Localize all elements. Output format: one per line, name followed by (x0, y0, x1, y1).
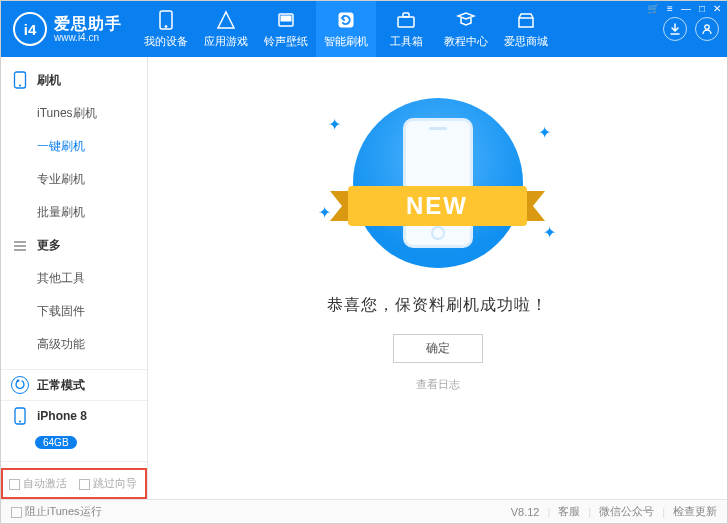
window-menu-icon[interactable]: ≡ (667, 3, 673, 14)
ringtones-icon (276, 10, 296, 30)
success-illustration: ✦✦✦✦ NEW (288, 93, 588, 273)
check-update-link[interactable]: 检查更新 (673, 504, 717, 519)
sidebar-item-batch-flash[interactable]: 批量刷机 (1, 196, 147, 229)
success-message: 恭喜您，保资料刷机成功啦！ (327, 295, 548, 316)
sidebar-item-oneclick-flash[interactable]: 一键刷机 (1, 130, 147, 163)
app-logo: i4 爱思助手 www.i4.cn (1, 12, 136, 46)
sidebar-group-more[interactable]: 更多 (1, 229, 147, 262)
svg-point-15 (19, 421, 21, 423)
customer-service-link[interactable]: 客服 (558, 504, 580, 519)
mode-icon (11, 376, 29, 394)
svg-marker-16 (330, 191, 350, 221)
app-title: 爱思助手 (54, 15, 122, 33)
device-mode-row[interactable]: 正常模式 (11, 370, 137, 400)
app-header: i4 爱思助手 www.i4.cn 我的设备 应用游戏 铃声壁纸 (1, 1, 727, 57)
svg-rect-6 (403, 13, 409, 17)
svg-marker-17 (525, 191, 545, 221)
svg-point-1 (165, 25, 167, 27)
checkbox-skip-wizard[interactable]: 跳过向导 (79, 476, 137, 491)
device-row[interactable]: iPhone 8 64GB (11, 401, 137, 455)
sidebar-item-advanced[interactable]: 高级功能 (1, 328, 147, 361)
device-name: iPhone 8 (37, 409, 87, 423)
tab-flash[interactable]: 智能刷机 (316, 1, 376, 57)
tab-label: 智能刷机 (324, 34, 368, 49)
store-icon (516, 10, 536, 30)
more-group-icon (13, 239, 29, 253)
mode-label: 正常模式 (37, 377, 85, 394)
top-nav: 我的设备 应用游戏 铃声壁纸 智能刷机 工具箱 (136, 1, 556, 57)
tab-my-device[interactable]: 我的设备 (136, 1, 196, 57)
group-title: 更多 (37, 237, 61, 254)
app-url: www.i4.cn (54, 32, 122, 43)
main-panel: ✦✦✦✦ NEW 恭喜您，保资料刷机成功啦！ 确定 查看日志 (148, 57, 727, 499)
tab-label: 爱思商城 (504, 34, 548, 49)
download-button[interactable] (663, 17, 687, 41)
svg-point-10 (19, 85, 21, 87)
tab-label: 铃声壁纸 (264, 34, 308, 49)
checkbox-auto-activate[interactable]: 自动激活 (9, 476, 67, 491)
wechat-link[interactable]: 微信公众号 (599, 504, 654, 519)
flash-icon (336, 10, 356, 30)
tutorials-icon (456, 10, 476, 30)
version-label: V8.12 (511, 506, 540, 518)
tab-toolbox[interactable]: 工具箱 (376, 1, 436, 57)
tab-tutorials[interactable]: 教程中心 (436, 1, 496, 57)
tab-store[interactable]: 爱思商城 (496, 1, 556, 57)
sidebar-item-download-firmware[interactable]: 下载固件 (1, 295, 147, 328)
phone-icon (11, 407, 29, 425)
status-bar: 阻止iTunes运行 V8.12 | 客服 | 微信公众号 | 检查更新 (1, 499, 727, 523)
toolbox-icon (396, 10, 416, 30)
checkbox-block-itunes[interactable]: 阻止iTunes运行 (11, 504, 102, 519)
tab-ringtones[interactable]: 铃声壁纸 (256, 1, 316, 57)
account-button[interactable] (695, 17, 719, 41)
new-ribbon: NEW (330, 183, 545, 229)
highlighted-options: 自动激活 跳过向导 (1, 468, 147, 499)
window-basket-icon[interactable]: 🛒 (647, 3, 659, 14)
device-icon (156, 10, 176, 30)
window-close-icon[interactable]: ✕ (713, 3, 721, 14)
tab-label: 我的设备 (144, 34, 188, 49)
window-maximize-icon[interactable]: □ (699, 3, 705, 14)
apps-icon (216, 10, 236, 30)
device-storage-badge: 64GB (35, 436, 77, 449)
ok-button[interactable]: 确定 (393, 334, 483, 363)
svg-point-8 (705, 25, 709, 29)
sidebar-item-pro-flash[interactable]: 专业刷机 (1, 163, 147, 196)
svg-rect-7 (519, 18, 533, 27)
group-title: 刷机 (37, 72, 61, 89)
sidebar-group-flash[interactable]: 刷机 (1, 63, 147, 97)
logo-icon: i4 (13, 12, 47, 46)
sidebar-item-itunes-flash[interactable]: iTunes刷机 (1, 97, 147, 130)
view-log-link[interactable]: 查看日志 (416, 377, 460, 392)
svg-rect-5 (398, 17, 414, 27)
window-minimize-icon[interactable]: — (681, 3, 691, 14)
tab-label: 工具箱 (390, 34, 423, 49)
tab-label: 应用游戏 (204, 34, 248, 49)
flash-group-icon (13, 71, 29, 89)
sidebar-item-other-tools[interactable]: 其他工具 (1, 262, 147, 295)
tab-label: 教程中心 (444, 34, 488, 49)
sidebar: 刷机 iTunes刷机 一键刷机 专业刷机 批量刷机 更多 其他工具 下载固件 … (1, 57, 148, 499)
svg-rect-3 (281, 16, 291, 21)
tab-apps-games[interactable]: 应用游戏 (196, 1, 256, 57)
